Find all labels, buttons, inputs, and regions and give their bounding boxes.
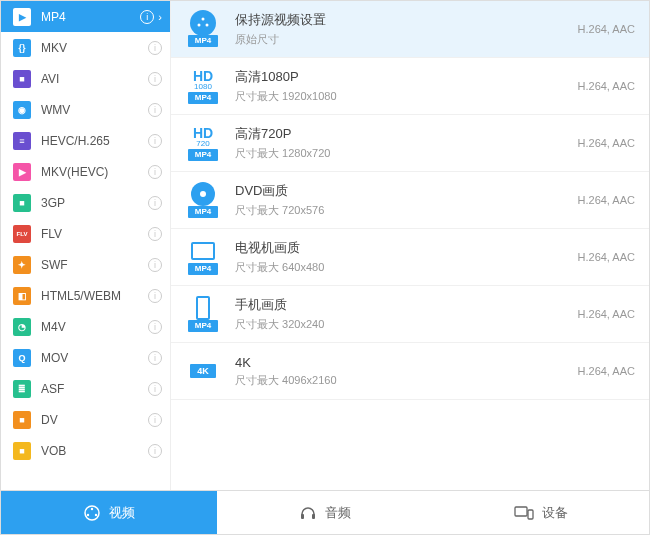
info-icon[interactable]: i [148, 165, 162, 179]
preset-subtitle: 尺寸最大 720x576 [235, 203, 578, 218]
sidebar-item-label: FLV [41, 227, 144, 241]
tab-video-label: 视频 [109, 504, 135, 522]
sidebar-item-label: VOB [41, 444, 144, 458]
sidebar-item-mp4[interactable]: ▶MP4i› [1, 1, 170, 32]
sidebar-item-hevc-h-265[interactable]: ≡HEVC/H.265i [1, 125, 170, 156]
sidebar-item-mkv[interactable]: {}MKVi [1, 32, 170, 63]
svg-point-0 [202, 17, 205, 20]
info-icon[interactable]: i [148, 382, 162, 396]
audio-icon [299, 504, 317, 522]
info-icon[interactable]: i [140, 10, 154, 24]
sidebar-item-3gp[interactable]: ■3GPi [1, 187, 170, 218]
preset-icon: MP4 [185, 296, 221, 332]
info-icon[interactable]: i [148, 258, 162, 272]
preset-item[interactable]: HD1080MP4高清1080P尺寸最大 1920x1080H.264, AAC [171, 58, 649, 115]
preset-codec: H.264, AAC [578, 308, 635, 320]
preset-item[interactable]: HD720MP4高清720P尺寸最大 1280x720H.264, AAC [171, 115, 649, 172]
format-icon: ■ [13, 442, 31, 460]
svg-point-2 [206, 23, 209, 26]
preset-title: 手机画质 [235, 296, 578, 314]
sidebar-item-label: AVI [41, 72, 144, 86]
info-icon[interactable]: i [148, 196, 162, 210]
sidebar-item-mkv-hevc-[interactable]: ▶MKV(HEVC)i [1, 156, 170, 187]
info-icon[interactable]: i [148, 134, 162, 148]
format-icon: ≣ [13, 380, 31, 398]
info-icon[interactable]: i [148, 289, 162, 303]
chevron-right-icon: › [158, 11, 162, 23]
preset-subtitle: 尺寸最大 4096x2160 [235, 373, 578, 388]
format-icon: ✦ [13, 256, 31, 274]
sidebar-item-label: WMV [41, 103, 144, 117]
preset-codec: H.264, AAC [578, 251, 635, 263]
preset-codec: H.264, AAC [578, 137, 635, 149]
preset-icon: HD720MP4 [185, 125, 221, 161]
preset-icon: HD1080MP4 [185, 68, 221, 104]
sidebar-item-label: HEVC/H.265 [41, 134, 144, 148]
format-icon: ▶ [13, 163, 31, 181]
sidebar-item-mov[interactable]: QMOVi [1, 342, 170, 373]
sidebar-item-wmv[interactable]: ◉WMVi [1, 94, 170, 125]
sidebar-item-label: 3GP [41, 196, 144, 210]
format-icon: ▶ [13, 8, 31, 26]
sidebar-item-label: MKV(HEVC) [41, 165, 144, 179]
preset-item[interactable]: MP4DVD画质尺寸最大 720x576H.264, AAC [171, 172, 649, 229]
sidebar-item-flv[interactable]: FLVFLVi [1, 218, 170, 249]
preset-item[interactable]: 4K4K尺寸最大 4096x2160H.264, AAC [171, 343, 649, 400]
preset-codec: H.264, AAC [578, 365, 635, 377]
info-icon[interactable]: i [148, 351, 162, 365]
tab-audio-label: 音频 [325, 504, 351, 522]
format-icon: Q [13, 349, 31, 367]
preset-subtitle: 尺寸最大 640x480 [235, 260, 578, 275]
sidebar-item-label: HTML5/WEBM [41, 289, 144, 303]
tab-video[interactable]: 视频 [1, 491, 217, 534]
sidebar-item-dv[interactable]: ■DVi [1, 404, 170, 435]
preset-title: 4K [235, 355, 578, 370]
tab-audio[interactable]: 音频 [217, 491, 433, 534]
sidebar-item-label: DV [41, 413, 144, 427]
tab-device-label: 设备 [542, 504, 568, 522]
format-icon: {} [13, 39, 31, 57]
preset-subtitle: 尺寸最大 320x240 [235, 317, 578, 332]
preset-codec: H.264, AAC [578, 194, 635, 206]
info-icon[interactable]: i [148, 320, 162, 334]
preset-item[interactable]: MP4保持源视频设置原始尺寸H.264, AAC [171, 1, 649, 58]
preset-title: 高清720P [235, 125, 578, 143]
info-icon[interactable]: i [148, 227, 162, 241]
info-icon[interactable]: i [148, 413, 162, 427]
info-icon[interactable]: i [148, 41, 162, 55]
preset-item[interactable]: MP4电视机画质尺寸最大 640x480H.264, AAC [171, 229, 649, 286]
bottom-tabs: 视频 音频 设备 [1, 490, 649, 534]
preset-title: 高清1080P [235, 68, 578, 86]
svg-rect-10 [528, 510, 533, 519]
sidebar-item-vob[interactable]: ■VOBi [1, 435, 170, 466]
info-icon[interactable]: i [148, 72, 162, 86]
device-icon [514, 506, 534, 520]
tab-device[interactable]: 设备 [433, 491, 649, 534]
sidebar-item-label: MOV [41, 351, 144, 365]
info-icon[interactable]: i [148, 444, 162, 458]
format-icon: FLV [13, 225, 31, 243]
format-icon: ◧ [13, 287, 31, 305]
preset-title: 电视机画质 [235, 239, 578, 257]
preset-item[interactable]: MP4手机画质尺寸最大 320x240H.264, AAC [171, 286, 649, 343]
svg-rect-9 [515, 507, 527, 516]
preset-title: 保持源视频设置 [235, 11, 578, 29]
svg-point-6 [95, 513, 97, 515]
format-sidebar: ▶MP4i›{}MKVi■AVIi◉WMVi≡HEVC/H.265i▶MKV(H… [1, 1, 171, 490]
preset-subtitle: 尺寸最大 1920x1080 [235, 89, 578, 104]
preset-icon: MP4 [185, 11, 221, 47]
preset-codec: H.264, AAC [578, 80, 635, 92]
format-icon: ■ [13, 70, 31, 88]
info-icon[interactable]: i [148, 103, 162, 117]
preset-icon: 4K [185, 353, 221, 389]
sidebar-item-swf[interactable]: ✦SWFi [1, 249, 170, 280]
svg-rect-8 [312, 514, 315, 519]
sidebar-item-m4v[interactable]: ◔M4Vi [1, 311, 170, 342]
video-icon [83, 504, 101, 522]
sidebar-item-asf[interactable]: ≣ASFi [1, 373, 170, 404]
preset-codec: H.264, AAC [578, 23, 635, 35]
preset-subtitle: 原始尺寸 [235, 32, 578, 47]
sidebar-item-avi[interactable]: ■AVIi [1, 63, 170, 94]
sidebar-item-html5-webm[interactable]: ◧HTML5/WEBMi [1, 280, 170, 311]
preset-subtitle: 尺寸最大 1280x720 [235, 146, 578, 161]
